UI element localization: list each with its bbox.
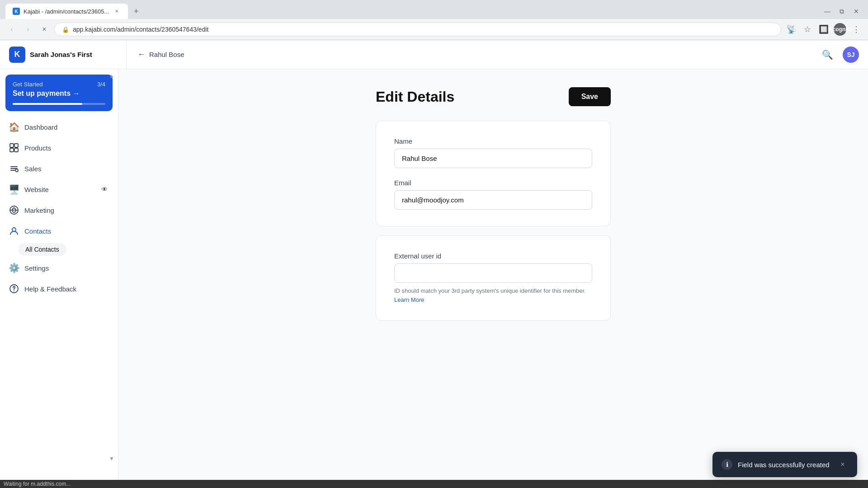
sidebar-item-website[interactable]: 🖥️ Website 👁: [0, 179, 118, 200]
status-bar: Waiting for m.addthis.com...: [0, 480, 868, 488]
app-header: K Sarah Jonas's First ← Rahul Bose 🔍 SJ: [0, 40, 868, 69]
tab-bar: K Kajabi - /admin/contacts/23605... × + …: [0, 0, 868, 19]
svg-rect-1: [14, 144, 18, 147]
get-started-action: Set up payments →: [13, 89, 105, 98]
email-input[interactable]: [394, 190, 592, 210]
contacts-sub-nav: All Contacts: [0, 241, 118, 258]
forward-nav-button[interactable]: ›: [22, 23, 34, 36]
search-button[interactable]: 🔍: [819, 47, 835, 63]
website-icon: 🖥️: [9, 184, 19, 194]
avatar[interactable]: SJ: [843, 47, 859, 63]
sidebar-item-contacts[interactable]: Contacts: [0, 221, 118, 241]
app-logo-text: Sarah Jonas's First: [30, 51, 92, 58]
name-field-group: Name: [394, 137, 592, 168]
get-started-label: Get Started: [13, 81, 42, 88]
bookmark-icon[interactable]: ☆: [801, 23, 814, 36]
address-bar-row: ‹ › × 🔒 app.kajabi.com/admin/contacts/23…: [0, 19, 868, 40]
address-bar[interactable]: 🔒 app.kajabi.com/admin/contacts/23605476…: [54, 23, 781, 36]
email-label: Email: [394, 179, 592, 187]
website-label: Website: [24, 186, 94, 193]
toast-close-button[interactable]: ×: [837, 459, 848, 470]
svg-rect-2: [10, 148, 14, 152]
progress-bar: [13, 103, 105, 105]
marketing-icon: [9, 205, 19, 215]
sidebar: ▲ Get Started 3/4 Set up payments → 🏠 Da…: [0, 69, 118, 480]
back-arrow-icon: ←: [137, 50, 146, 59]
sidebar-item-settings[interactable]: ⚙️ Settings: [0, 258, 118, 278]
active-tab[interactable]: K Kajabi - /admin/contacts/23605... ×: [5, 4, 128, 19]
main-content: Edit Details Save Name Email External us…: [118, 69, 868, 480]
header-right: 🔍 SJ: [819, 47, 859, 63]
toast-message: Field was successfully created: [738, 461, 832, 469]
maximize-button[interactable]: ⧉: [835, 5, 848, 18]
main-wrapper: ▲ Get Started 3/4 Set up payments → 🏠 Da…: [0, 69, 868, 480]
url-display: app.kajabi.com/admin/contacts/2360547643…: [73, 26, 774, 33]
secure-icon: 🔒: [62, 26, 69, 33]
learn-more-link[interactable]: Learn More: [394, 296, 424, 303]
scroll-indicator-down: ▼: [109, 455, 114, 462]
website-badge: 👁: [100, 185, 109, 194]
back-label: Rahul Bose: [149, 51, 184, 58]
external-id-label: External user id: [394, 252, 592, 260]
settings-label: Settings: [24, 264, 109, 272]
name-input[interactable]: [394, 149, 592, 168]
logo-area: K Sarah Jonas's First: [9, 40, 127, 69]
more-options-icon[interactable]: ⋮: [850, 23, 863, 36]
sidebar-item-products[interactable]: Products: [0, 137, 118, 158]
name-label: Name: [394, 137, 592, 145]
tab-title: Kajabi - /admin/contacts/23605...: [24, 8, 109, 15]
browser-chrome: K Kajabi - /admin/contacts/23605... × + …: [0, 0, 868, 40]
close-window-button[interactable]: ✕: [850, 5, 863, 18]
app-logo-icon: K: [9, 47, 25, 63]
settings-icon: ⚙️: [9, 263, 19, 273]
email-field-group: Email: [394, 179, 592, 210]
products-icon: [9, 143, 19, 153]
contacts-label: Contacts: [24, 227, 109, 235]
external-id-card: External user id ID should match your 3r…: [376, 235, 611, 321]
sidebar-item-marketing[interactable]: Marketing: [0, 200, 118, 221]
reload-button[interactable]: ×: [38, 23, 51, 36]
back-nav-button[interactable]: ‹: [5, 23, 18, 36]
svg-rect-3: [14, 148, 18, 152]
back-button[interactable]: ← Rahul Bose: [137, 50, 184, 59]
svg-rect-0: [10, 144, 14, 147]
dashboard-label: Dashboard: [24, 123, 109, 131]
name-email-card: Name Email: [376, 121, 611, 226]
sidebar-item-help[interactable]: Help & Feedback: [0, 278, 118, 299]
scroll-indicator-up: ▲: [109, 73, 114, 79]
get-started-top: Get Started 3/4: [13, 81, 105, 88]
progress-fill: [13, 103, 82, 105]
tab-close-button[interactable]: ×: [113, 7, 121, 15]
profile-button[interactable]: Incognito: [834, 23, 846, 36]
browser-toolbar-icons: 📡 ☆ 🔲 Incognito ⋮: [785, 23, 863, 36]
edit-details-header: Edit Details Save: [376, 87, 611, 106]
marketing-label: Marketing: [24, 206, 109, 214]
svg-point-6: [12, 228, 16, 231]
contacts-icon: [9, 226, 19, 236]
help-icon: [9, 284, 19, 294]
header-center: ← Rahul Bose: [127, 50, 819, 59]
svg-point-8: [14, 291, 14, 291]
sales-label: Sales: [24, 165, 109, 173]
products-label: Products: [24, 144, 109, 152]
get-started-badge: 3/4: [97, 81, 105, 88]
tab-favicon: K: [13, 8, 20, 15]
sidebar-item-sales[interactable]: Sales: [0, 158, 118, 179]
get-started-banner[interactable]: Get Started 3/4 Set up payments →: [5, 75, 113, 111]
cast-icon[interactable]: 📡: [785, 23, 797, 36]
help-label: Help & Feedback: [24, 285, 109, 293]
sales-icon: [9, 164, 19, 174]
all-contacts-link[interactable]: All Contacts: [18, 243, 66, 256]
sidebar-item-dashboard[interactable]: 🏠 Dashboard: [0, 117, 118, 137]
page-title: Edit Details: [376, 89, 454, 105]
new-tab-button[interactable]: +: [130, 5, 142, 18]
external-id-help: ID should match your 3rd party system's …: [394, 286, 592, 304]
dashboard-icon: 🏠: [9, 122, 19, 132]
app-header-inner: K Sarah Jonas's First ← Rahul Bose 🔍 SJ: [9, 40, 859, 69]
external-id-input[interactable]: [394, 263, 592, 283]
external-id-group: External user id ID should match your 3r…: [394, 252, 592, 304]
toast-info-icon: ℹ: [722, 459, 732, 470]
minimize-button[interactable]: —: [821, 5, 834, 18]
toast-notification: ℹ Field was successfully created ×: [712, 452, 857, 477]
save-button[interactable]: Save: [569, 87, 611, 106]
